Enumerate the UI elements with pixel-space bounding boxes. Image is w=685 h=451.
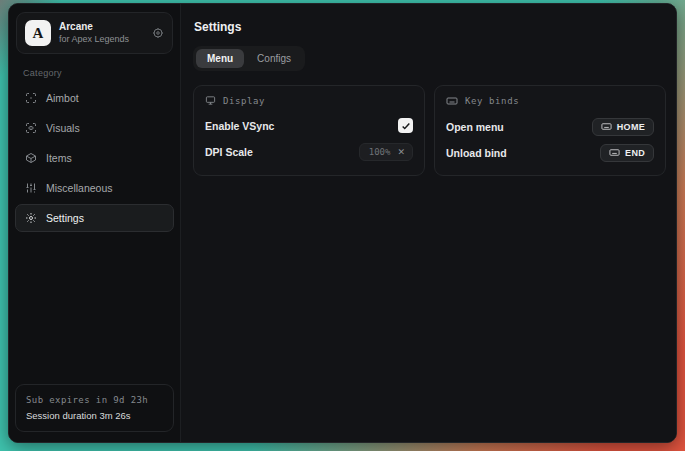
sidebar-item-items[interactable]: Items: [15, 144, 174, 172]
keybinds-card-title: Key binds: [465, 96, 519, 106]
sidebar-item-label: Items: [46, 152, 72, 164]
keyboard-icon: [446, 95, 458, 107]
unload-keybind[interactable]: END: [600, 144, 654, 162]
scan-eye-icon: [25, 122, 37, 134]
sidebar-item-label: Aimbot: [46, 92, 79, 104]
session-info-card: Sub expires in 9d 23h Session duration 3…: [15, 384, 174, 432]
display-card: Display Enable VSync DPI Scale 100% ✕: [193, 85, 425, 176]
app-brand: Arcane for Apex Legends: [59, 21, 144, 45]
tab-bar: Menu Configs: [193, 46, 305, 71]
dpi-scale-value: 100%: [369, 147, 391, 157]
keybind-value: END: [625, 148, 645, 158]
setting-row-open-menu: Open menu HOME: [446, 115, 654, 138]
sidebar-item-label: Miscellaneous: [46, 182, 113, 194]
package-icon: [25, 152, 37, 164]
setting-label: Open menu: [446, 121, 504, 133]
tab-configs[interactable]: Configs: [246, 49, 302, 68]
display-card-title: Display: [223, 96, 265, 106]
settings-cards: Display Enable VSync DPI Scale 100% ✕: [193, 85, 666, 176]
keyboard-icon: [609, 147, 620, 158]
category-label: Category: [23, 68, 166, 78]
app-logo: A: [25, 20, 51, 46]
sidebar-item-miscellaneous[interactable]: Miscellaneous: [15, 174, 174, 202]
keybind-value: HOME: [617, 122, 645, 132]
setting-label: DPI Scale: [205, 146, 253, 158]
app-window: A Arcane for Apex Legends Category: [8, 3, 677, 443]
setting-label: Unload bind: [446, 147, 507, 159]
dpi-scale-input[interactable]: 100% ✕: [359, 143, 413, 161]
sidebar-item-settings[interactable]: Settings: [15, 204, 174, 232]
setting-row-dpi: DPI Scale 100% ✕: [205, 140, 413, 163]
sliders-icon: [25, 182, 37, 194]
target-icon[interactable]: [152, 27, 164, 39]
session-duration-text: Session duration 3m 26s: [26, 408, 163, 423]
page-title: Settings: [194, 20, 666, 34]
crosshair-icon: [25, 92, 37, 104]
checkmark-icon: [401, 121, 411, 131]
app-subtitle: for Apex Legends: [59, 34, 144, 45]
keybinds-card: Key binds Open menu HOME Unload bind: [434, 85, 666, 176]
setting-row-vsync: Enable VSync: [205, 114, 413, 137]
app-name: Arcane: [59, 21, 144, 34]
tab-menu[interactable]: Menu: [196, 49, 244, 68]
monitor-icon: [205, 95, 216, 106]
clear-icon[interactable]: ✕: [397, 147, 405, 157]
keybinds-card-header: Key binds: [446, 95, 654, 107]
gear-icon: [25, 212, 37, 224]
setting-label: Enable VSync: [205, 120, 274, 132]
sidebar-item-label: Visuals: [46, 122, 80, 134]
sidebar-item-aimbot[interactable]: Aimbot: [15, 84, 174, 112]
setting-row-unload-bind: Unload bind END: [446, 141, 654, 164]
sidebar-item-label: Settings: [46, 212, 84, 224]
sidebar-nav: Aimbot Visuals Items: [15, 84, 174, 232]
sidebar: A Arcane for Apex Legends Category: [9, 4, 181, 442]
open-menu-keybind[interactable]: HOME: [592, 118, 654, 136]
sub-expiry-text: Sub expires in 9d 23h: [26, 393, 163, 407]
display-card-header: Display: [205, 95, 413, 106]
keyboard-icon: [601, 121, 612, 132]
vsync-checkbox[interactable]: [398, 118, 413, 133]
sidebar-item-visuals[interactable]: Visuals: [15, 114, 174, 142]
main-content: Settings Menu Configs Display Enable VSy…: [181, 4, 677, 442]
app-header-card: A Arcane for Apex Legends: [16, 12, 173, 54]
